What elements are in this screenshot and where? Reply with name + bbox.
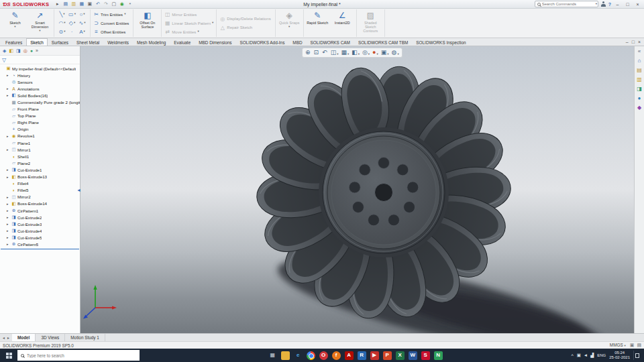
- word-button[interactable]: W: [409, 351, 417, 360]
- instant2d-button[interactable]: ∠ Instant2D: [331, 10, 354, 37]
- expand-arrow-icon[interactable]: ▸: [7, 195, 10, 199]
- user-account-icon[interactable]: [601, 1, 606, 7]
- doctab-prev-icon[interactable]: ◄: [2, 336, 5, 340]
- motion-study-tab[interactable]: Motion Study 1: [65, 334, 105, 341]
- units-selector[interactable]: MMGS ▾: [610, 343, 626, 348]
- tree-item-mirror1[interactable]: ▸ ◫ Mirror1: [0, 146, 80, 153]
- circle-tool-icon[interactable]: ○▾: [77, 10, 87, 19]
- tree-item-revolve1[interactable]: ▸ ◉ Revolve1: [0, 133, 80, 139]
- start-button[interactable]: [0, 349, 17, 362]
- print-icon[interactable]: ▣: [87, 1, 93, 7]
- tree-item-cut-extrude2[interactable]: ▸ ◨ Cut-Extrude2: [0, 214, 80, 221]
- arc-tool-icon[interactable]: ◠▾: [57, 19, 67, 27]
- mirror-entities-button[interactable]: ◫Mirror Entities: [164, 11, 213, 19]
- tray-expand-icon[interactable]: ^: [571, 353, 573, 358]
- tree-item-cut-extrude3[interactable]: ▸ ◨ Cut-Extrude3: [0, 221, 80, 227]
- configuration-manager-tab[interactable]: ◨: [16, 48, 21, 54]
- quick-snaps-button[interactable]: ◈ Quick Snaps ▾: [278, 10, 301, 37]
- tab-sheet-metal[interactable]: Sheet Metal: [72, 38, 103, 46]
- expand-arrow-icon[interactable]: ▸: [7, 235, 10, 239]
- tree-item-part[interactable]: ▣ My impeller-final (Default<<Default: [0, 65, 80, 72]
- tree-item-cut-extrude1[interactable]: ▸ ◨ Cut-Extrude1: [0, 166, 80, 173]
- design-library-icon[interactable]: ▤: [637, 67, 642, 73]
- spline-tool-icon[interactable]: ∿▾: [77, 19, 87, 27]
- expand-arrow-icon[interactable]: ▸: [7, 86, 10, 90]
- language-indicator[interactable]: ENG: [597, 353, 606, 357]
- solidworks-resources-icon[interactable]: ⌂: [638, 58, 641, 64]
- maximize-button[interactable]: □: [624, 1, 631, 8]
- tray-status-icon[interactable]: ▣: [577, 353, 581, 358]
- tree-item-solid-bodies[interactable]: ▸ ◧ Solid Bodies(16): [0, 92, 80, 99]
- text-tool-icon[interactable]: A▾: [77, 27, 87, 36]
- tab-mbd-dimensions[interactable]: MBD Dimensions: [195, 38, 235, 46]
- rebuild-icon[interactable]: ◉: [119, 1, 125, 7]
- expand-arrow-icon[interactable]: ▸: [7, 208, 10, 213]
- tree-item-shell1[interactable]: ◖ Shell1: [0, 153, 80, 160]
- tree-item-fillet5[interactable]: ◗ Fillet5: [0, 187, 80, 194]
- chrome-button[interactable]: [307, 351, 315, 360]
- line-tool-icon[interactable]: ╲▾: [57, 10, 67, 19]
- collapse-taskpane-icon[interactable]: «: [638, 48, 641, 54]
- tree-item-annotations[interactable]: ▸ A Annotations: [0, 85, 80, 92]
- doc-minimize-button[interactable]: –: [626, 40, 629, 44]
- tree-item-boss-extrude14[interactable]: ▸ ◧ Boss-Extrude14: [0, 200, 80, 207]
- tab-solidworks-add-ins[interactable]: SOLIDWORKS Add-Ins: [236, 38, 289, 46]
- notepad-button[interactable]: N: [434, 351, 443, 360]
- selection-icon[interactable]: ▢: [111, 1, 117, 7]
- tab-evaluate[interactable]: Evaluate: [170, 38, 195, 46]
- new-document-icon[interactable]: ▤: [62, 1, 68, 7]
- offset-on-surface-button[interactable]: ◧ Offset On Surface: [136, 10, 158, 37]
- tree-item-cut-extrude5[interactable]: ▸ ◨ Cut-Extrude5: [0, 234, 80, 241]
- volume-icon[interactable]: ◄: [584, 353, 588, 358]
- hide-show-items-icon[interactable]: ◎▾: [362, 50, 370, 56]
- powerpoint-button[interactable]: P: [383, 351, 392, 360]
- task-view-button[interactable]: ▦: [268, 351, 277, 360]
- sketch-button[interactable]: ✎ Sketch ▾: [4, 10, 26, 37]
- clock[interactable]: 05:24 25-02-2021: [609, 351, 630, 360]
- tree-item-plane1[interactable]: ▱ Plane1: [0, 139, 80, 146]
- apply-scene-icon[interactable]: ▣▾: [381, 50, 389, 56]
- options-icon[interactable]: *: [127, 1, 133, 7]
- display-style-icon[interactable]: ◧▾: [352, 50, 360, 56]
- dimxpert-manager-tab[interactable]: ◎: [23, 48, 28, 54]
- graphics-viewport[interactable]: [80, 46, 634, 333]
- doctab-next-icon[interactable]: ►: [7, 336, 10, 340]
- tab-weldments[interactable]: Weldments: [103, 38, 133, 46]
- section-view-icon[interactable]: ◫▾: [331, 50, 339, 56]
- smart-dimension-button[interactable]: ↗ Smart Dimension ▾: [29, 10, 51, 37]
- tree-item-cirpattern1[interactable]: ▸ ⊛ CirPattern1: [0, 207, 80, 214]
- view-settings-icon[interactable]: ◍▾: [392, 50, 399, 56]
- expand-arrow-icon[interactable]: ▸: [7, 73, 10, 77]
- tab-sketch[interactable]: Sketch: [26, 38, 48, 46]
- network-icon[interactable]: ▟: [590, 353, 594, 358]
- shaded-sketch-contours-button[interactable]: ▨ Shaded Sketch Contours: [360, 10, 382, 37]
- action-center-button[interactable]: [633, 351, 641, 360]
- search-dropdown-icon[interactable]: ▾: [596, 3, 597, 6]
- view-palette-icon[interactable]: ◨: [637, 86, 642, 92]
- tree-item-fillet4[interactable]: ◗ Fillet4: [0, 180, 80, 187]
- zoom-to-area-icon[interactable]: ⊡: [314, 50, 320, 56]
- expand-arrow-icon[interactable]: ▸: [7, 175, 10, 179]
- tree-item-right-plane[interactable]: ▱ Right Plane: [0, 119, 80, 126]
- expand-arrow-icon[interactable]: ▸: [7, 222, 10, 226]
- featuremanager-design-tree-tab[interactable]: ◈: [3, 48, 6, 54]
- expand-arrow-icon[interactable]: ▸: [7, 168, 10, 172]
- redo-icon[interactable]: ↷: [103, 1, 109, 7]
- tree-item-sensors[interactable]: ◎ Sensors: [0, 78, 80, 85]
- point-tool-icon[interactable]: ·: [67, 27, 77, 36]
- display-manager-tab[interactable]: ●: [30, 48, 33, 53]
- rectangle-tool-icon[interactable]: ▭▾: [67, 10, 77, 19]
- r-studio-button[interactable]: R: [358, 351, 366, 360]
- tree-item-origin[interactable]: + Origin: [0, 126, 80, 133]
- repair-sketch-button[interactable]: △Repair Sketch: [219, 23, 272, 32]
- expand-arrow-icon[interactable]: ▸: [7, 147, 10, 152]
- tab-surfaces[interactable]: Surfaces: [48, 38, 72, 46]
- taskbar-search-box[interactable]: [17, 350, 140, 361]
- doc-close-button[interactable]: ×: [638, 40, 641, 44]
- expand-arrow-icon[interactable]: ▸: [7, 242, 10, 246]
- view-orientation-icon[interactable]: ▦▾: [341, 50, 349, 56]
- polygon-tool-icon[interactable]: ◇▾: [67, 19, 77, 27]
- open-document-icon[interactable]: ▥: [70, 1, 76, 7]
- tree-item-boss-extrude13[interactable]: ▸ ◧ Boss-Extrude13: [0, 174, 80, 180]
- expand-arrow-icon[interactable]: ▸: [7, 93, 10, 97]
